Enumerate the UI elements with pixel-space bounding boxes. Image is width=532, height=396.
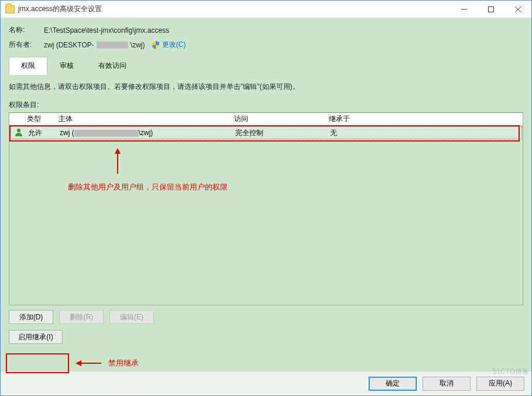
- col-principal[interactable]: 主体: [59, 113, 234, 125]
- annotation-arrow-right: [75, 360, 101, 366]
- maximize-button[interactable]: [478, 1, 504, 18]
- permission-header: 类型 主体 访问 继承于: [9, 113, 523, 126]
- apply-button[interactable]: 应用(A): [476, 377, 524, 391]
- content-area: 名称: E:\TestSpace\test-jmx\config\jmx.acc…: [1, 18, 531, 371]
- enable-inherit-button[interactable]: 启用继承(I): [9, 330, 63, 344]
- list-label: 权限条目:: [9, 100, 523, 110]
- owner-suffix: \zwj): [131, 41, 145, 49]
- remove-button: 删除(R): [59, 310, 104, 324]
- owner-prefix: zwj (DESKTOP-: [44, 41, 94, 49]
- row-inherit: 无: [330, 128, 521, 138]
- tab-audit[interactable]: 审核: [47, 57, 86, 75]
- window-title: jmx.access的高级安全设置: [18, 4, 451, 14]
- tab-permissions[interactable]: 权限: [9, 57, 47, 75]
- ok-button[interactable]: 确定: [369, 377, 417, 391]
- col-inherit[interactable]: 继承于: [329, 113, 523, 125]
- svg-rect-1: [489, 6, 494, 12]
- permission-row[interactable]: 允许 zwj (\zwj) 完全控制 无: [10, 126, 522, 139]
- name-value: E:\TestSpace\test-jmx\config\jmx.access: [44, 26, 169, 35]
- redacted-text: [97, 42, 128, 49]
- permission-list: 类型 主体 访问 继承于 允许 zwj (\zwj) 完全控制 无: [9, 112, 523, 305]
- annotation-row-note: 删除其他用户及用户组，只保留当前用户的权限: [68, 182, 228, 192]
- owner-value: zwj (DESKTOP-\zwj) 更改(C): [44, 40, 186, 50]
- window-controls: [451, 1, 531, 18]
- col-type[interactable]: 类型: [26, 113, 59, 125]
- change-owner-link[interactable]: 更改(C): [162, 40, 186, 50]
- cancel-button[interactable]: 取消: [423, 377, 471, 391]
- row-principal: zwj (\zwj): [60, 129, 235, 137]
- button-row-2: 启用继承(I): [9, 330, 523, 344]
- annotation-inherit-note: 禁用继承: [108, 358, 139, 369]
- folder-icon: [5, 5, 15, 13]
- owner-row: 所有者: zwj (DESKTOP-\zwj) 更改(C): [9, 40, 523, 50]
- svg-point-4: [17, 129, 20, 132]
- annotation-box-inherit: [6, 353, 69, 373]
- header-section: 名称: E:\TestSpace\test-jmx\config\jmx.acc…: [9, 25, 523, 54]
- close-button[interactable]: [504, 1, 531, 18]
- tab-effective-access[interactable]: 有效访问: [86, 57, 139, 75]
- col-access[interactable]: 访问: [234, 113, 329, 125]
- row-icon-cell: [11, 128, 27, 139]
- name-row: 名称: E:\TestSpace\test-jmx\config\jmx.acc…: [9, 25, 523, 35]
- row-access: 完全控制: [235, 128, 330, 138]
- annotation-arrow-up: [115, 148, 121, 174]
- minimize-button[interactable]: [451, 1, 478, 18]
- row-type: 允许: [27, 128, 60, 138]
- owner-label: 所有者:: [9, 40, 44, 50]
- user-icon: [14, 128, 23, 137]
- principal-suffix: \zwj): [139, 129, 153, 137]
- add-button[interactable]: 添加(D): [9, 310, 53, 324]
- tabs: 权限 审核 有效访问: [9, 57, 523, 75]
- instruction-text: 如需其他信息，请双击权限项目。若要修改权限项目，请选择该项目并单击"编辑"(如果…: [9, 82, 523, 92]
- shield-icon: [152, 41, 160, 49]
- button-row-1: 添加(D) 删除(R) 编辑(E): [9, 310, 523, 324]
- titlebar: jmx.access的高级安全设置: [1, 1, 531, 18]
- edit-button: 编辑(E): [109, 310, 154, 324]
- col-icon: [9, 113, 26, 125]
- name-label: 名称:: [9, 25, 44, 35]
- footer: 确定 取消 应用(A): [1, 371, 531, 395]
- redacted-text: [74, 130, 139, 137]
- principal-prefix: zwj (: [60, 129, 74, 137]
- window: jmx.access的高级安全设置 名称: E:\TestSpace\test-…: [0, 0, 532, 396]
